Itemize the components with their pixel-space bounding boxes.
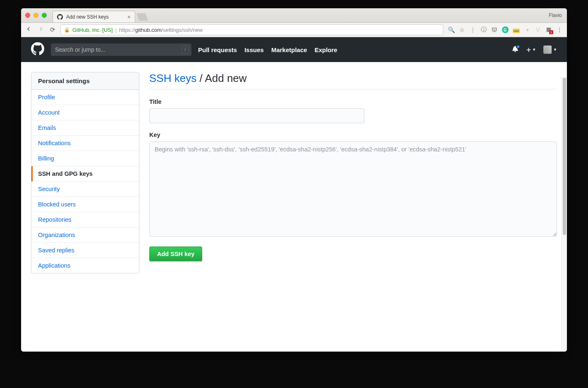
window-traffic-lights <box>25 13 47 18</box>
grammarly-icon[interactable]: G <box>502 26 509 33</box>
info-icon[interactable]: ⓘ <box>480 26 487 33</box>
scrollbar-thumb[interactable] <box>563 78 566 235</box>
bookmark-star-icon[interactable]: ☆ <box>459 26 466 33</box>
global-search-input[interactable]: Search or jump to... / <box>51 43 191 56</box>
title-input[interactable] <box>149 108 364 123</box>
sidebar-item-security[interactable]: Security <box>31 182 139 197</box>
address-bar[interactable]: 🔒 GitHub, Inc. [US] | https://github.com… <box>60 24 443 35</box>
browser-menu-icon[interactable]: ⋮ <box>556 26 563 33</box>
nav-issues[interactable]: Issues <box>244 46 264 53</box>
sidebar-heading: Personal settings <box>31 72 139 90</box>
title-label: Title <box>149 98 557 105</box>
nav-marketplace[interactable]: Marketplace <box>271 46 307 53</box>
browser-tab[interactable]: Add new SSH keys × <box>53 11 135 22</box>
sidebar-item-saved-replies[interactable]: Saved replies <box>31 243 139 258</box>
page-header: SSH keys / Add new <box>149 72 557 89</box>
sidebar-item-applications[interactable]: Applications <box>31 258 139 273</box>
tab-title: Add new SSH keys <box>66 14 109 20</box>
sidebar-item-billing[interactable]: Billing <box>31 151 139 166</box>
user-avatar-menu[interactable]: ▼ <box>543 46 557 54</box>
sidebar-item-notifications[interactable]: Notifications <box>31 136 139 151</box>
zoom-icon[interactable]: 🔍 <box>448 26 455 33</box>
sidebar-item-organizations[interactable]: Organizations <box>31 228 139 243</box>
create-new-dropdown[interactable]: ▼ <box>526 47 536 53</box>
lock-icon: 🔒 <box>64 27 70 33</box>
github-header: Search or jump to... / Pull requests Iss… <box>21 37 567 62</box>
github-favicon <box>57 14 63 20</box>
sidebar-item-blocked-users[interactable]: Blocked users <box>31 197 139 212</box>
window-close-button[interactable] <box>25 13 30 18</box>
nav-pull-requests[interactable]: Pull requests <box>198 46 237 53</box>
window-minimize-button[interactable] <box>33 13 38 18</box>
user-avatar <box>543 46 552 54</box>
sidebar-item-emails[interactable]: Emails <box>31 120 139 136</box>
add-ssh-key-button[interactable]: Add SSH key <box>149 247 202 261</box>
sidebar-item-ssh-gpg-keys[interactable]: SSH and GPG keys <box>31 166 139 182</box>
key-label: Key <box>149 132 557 138</box>
browser-profile-name[interactable]: Flavio <box>549 12 562 18</box>
sidebar-item-profile[interactable]: Profile <box>31 90 139 105</box>
notifications-bell-icon[interactable] <box>512 46 519 54</box>
breadcrumb-current: Add new <box>205 72 246 84</box>
breadcrumb-separator: / <box>196 72 205 84</box>
window-zoom-button[interactable] <box>42 13 47 18</box>
sidebar-item-repositories[interactable]: Repositories <box>31 212 139 228</box>
browser-chrome: Add new SSH keys × Flavio ⟳ 🔒 GitHub, In… <box>21 8 567 37</box>
pocket-icon[interactable] <box>491 26 498 33</box>
tab-close-icon[interactable]: × <box>127 14 131 20</box>
notification-dot <box>516 45 520 49</box>
extension-badge-icon[interactable]: 1 <box>545 26 552 33</box>
github-logo[interactable] <box>31 42 44 57</box>
new-tab-button[interactable] <box>136 13 148 21</box>
nav-forward-button <box>38 26 44 34</box>
search-shortcut-hint: / <box>182 46 189 54</box>
extension-icon[interactable]: ▾ <box>524 26 531 33</box>
nav-explore[interactable]: Explore <box>315 46 337 53</box>
settings-sidebar: Personal settings Profile Account Emails… <box>31 72 139 273</box>
url-organization: GitHub, Inc. [US] <box>72 27 113 33</box>
nav-back-button[interactable] <box>25 26 32 34</box>
sidebar-item-account[interactable]: Account <box>31 105 139 120</box>
breadcrumb-ssh-keys-link[interactable]: SSH keys <box>149 72 196 84</box>
vue-extension-icon[interactable]: V <box>535 26 541 33</box>
reload-button[interactable]: ⟳ <box>50 26 55 34</box>
css-extension-icon[interactable]: css <box>513 26 520 33</box>
key-textarea[interactable] <box>149 141 557 237</box>
scrollbar-track[interactable] <box>561 77 567 352</box>
